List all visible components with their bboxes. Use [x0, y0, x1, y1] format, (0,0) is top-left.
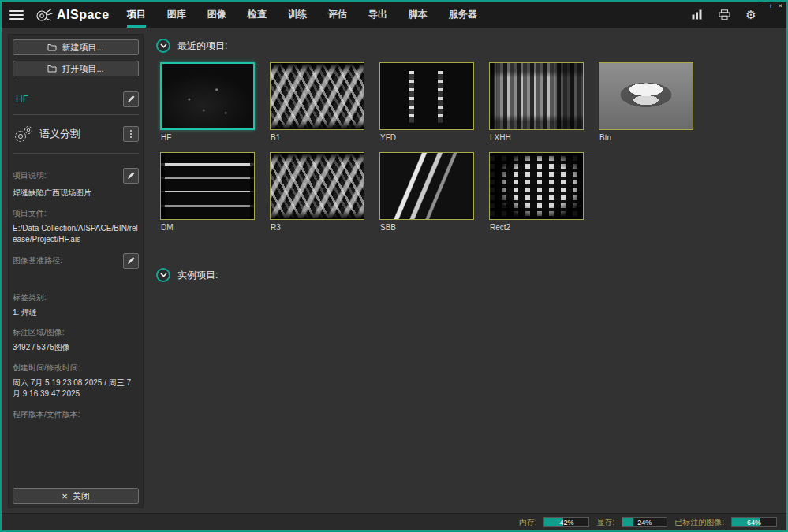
project-thumbnail-dm[interactable]: DM: [160, 152, 255, 232]
nav-tab-script[interactable]: 脚本: [409, 2, 428, 28]
close-project-label: 关闭: [73, 490, 90, 502]
new-project-button[interactable]: 新建项目...: [13, 39, 139, 55]
memory-progress-bar: 42%: [543, 517, 589, 527]
chevron-down-icon: [160, 273, 167, 277]
x-icon: ×: [62, 491, 68, 501]
project-thumbnail-hf[interactable]: HF: [160, 62, 255, 142]
memory-progress-text: 42%: [544, 518, 588, 526]
maximize-button[interactable]: +: [768, 2, 772, 9]
project-thumbnail-btn[interactable]: Btn: [599, 62, 693, 142]
folder-icon: [47, 43, 57, 51]
close-project-button[interactable]: × 关闭: [13, 488, 139, 504]
project-name: HF: [160, 133, 255, 142]
new-project-label: 新建项目...: [62, 42, 103, 54]
category-value: 1: 焊缝: [13, 307, 139, 319]
annotated-progress-bar: 64%: [731, 517, 777, 527]
example-projects-label: 实例项目:: [177, 269, 218, 282]
content-area: 新建项目... 打开项目... HF 语义分割: [2, 28, 786, 513]
project-name: Btn: [599, 133, 693, 142]
printer-icon[interactable]: [717, 8, 731, 22]
annotated-value: 3492 / 5375图像: [13, 342, 139, 354]
project-name: LXHH: [489, 133, 584, 142]
edit-base-path-button[interactable]: [123, 253, 139, 269]
project-thumbnail-yfd[interactable]: YFD: [379, 62, 474, 142]
project-image-b1[interactable]: [270, 62, 364, 130]
description-value: 焊缝缺陷广西现场图片: [13, 188, 139, 199]
app-logo: AISpace: [35, 6, 110, 24]
project-name: B1: [270, 133, 364, 142]
nav-tab-evaluate[interactable]: 评估: [328, 2, 347, 28]
pencil-icon: [127, 172, 135, 180]
recent-projects-grid: HF B1 YFD LXHH Btn: [160, 62, 712, 232]
project-image-btn[interactable]: [599, 62, 693, 130]
example-projects-header: 实例项目:: [156, 268, 780, 282]
app-window: – + × AISpace 项目 图库 图像 检查 训练 评估 导出 脚本 服务…: [0, 0, 788, 532]
annotated-label: 标注区域/图像:: [13, 327, 139, 338]
main-nav: 项目 图库 图像 检查 训练 评估 导出 脚本 服务器: [127, 2, 477, 28]
time-value: 周六 7月 5 19:23:08 2025 / 周三 7月 9 16:39:47…: [13, 378, 139, 400]
project-sidebar: 新建项目... 打开项目... HF 语义分割: [8, 34, 144, 508]
project-name: Rect2: [489, 223, 584, 232]
nav-tab-export[interactable]: 导出: [368, 2, 387, 28]
recent-projects-header: 最近的项目:: [156, 39, 780, 53]
status-bar: 内存: 42% 显存: 24% 已标注的图像: 64%: [2, 513, 786, 530]
edit-project-name-button[interactable]: [123, 91, 139, 107]
gpu-progress-text: 24%: [622, 518, 667, 526]
project-type-row: 语义分割: [13, 122, 139, 146]
project-image-yfd[interactable]: [379, 62, 474, 130]
project-name: YFD: [379, 133, 474, 142]
project-image-dm[interactable]: [160, 152, 255, 220]
project-thumbnail-rect2[interactable]: Rect2: [489, 152, 584, 232]
project-name: SBB: [379, 223, 474, 232]
project-thumbnail-lxhh[interactable]: LXHH: [489, 62, 584, 142]
project-type-label: 语义分割: [39, 127, 118, 141]
example-section-toggle-button[interactable]: [156, 268, 170, 282]
nav-tab-gallery[interactable]: 图库: [167, 2, 186, 28]
project-image-sbb[interactable]: [379, 152, 474, 220]
annotated-images-label: 已标注的图像:: [674, 517, 724, 528]
main-panel: 最近的项目: HF B1 YFD LXHH: [148, 28, 786, 513]
project-name: R3: [270, 223, 364, 232]
gears-icon: [13, 124, 35, 144]
gpu-progress-bar: 24%: [622, 517, 667, 527]
bar-chart-icon[interactable]: [690, 8, 704, 22]
nav-tab-project[interactable]: 项目: [127, 2, 146, 28]
project-type-menu-button[interactable]: [123, 126, 139, 142]
edit-description-button[interactable]: [123, 168, 139, 184]
open-project-button[interactable]: 打开项目...: [13, 61, 139, 76]
recent-projects-label: 最近的项目:: [177, 39, 227, 53]
project-file-path: E:/Data Collection/AISPACE/BIN/release/P…: [13, 223, 139, 246]
project-image-lxhh[interactable]: [489, 62, 584, 130]
project-name: DM: [160, 223, 255, 232]
memory-label: 内存:: [519, 517, 537, 528]
description-label: 项目说明:: [13, 170, 47, 181]
annotated-progress-text: 64%: [732, 518, 776, 526]
nav-tab-server[interactable]: 服务器: [449, 2, 477, 28]
time-label: 创建时间/修改时间:: [13, 363, 139, 374]
project-thumbnail-sbb[interactable]: SBB: [379, 152, 474, 232]
settings-gear-icon[interactable]: ⚙: [744, 8, 758, 22]
app-name: AISpace: [57, 8, 110, 22]
version-label: 程序版本/文件版本:: [13, 409, 139, 420]
nav-tab-image[interactable]: 图像: [207, 2, 226, 28]
hamburger-menu-icon[interactable]: [9, 8, 25, 22]
category-label: 标签类别:: [13, 292, 139, 303]
minimize-button[interactable]: –: [759, 2, 763, 9]
project-thumbnail-b1[interactable]: B1: [270, 62, 364, 142]
folder-open-icon: [47, 65, 57, 73]
project-image-hf[interactable]: [160, 62, 255, 130]
project-file-label: 项目文件:: [13, 208, 139, 219]
top-bar: AISpace 项目 图库 图像 检查 训练 评估 导出 脚本 服务器: [2, 2, 786, 28]
project-image-rect2[interactable]: [489, 152, 584, 220]
nav-tab-train[interactable]: 训练: [288, 2, 307, 28]
recent-section-toggle-button[interactable]: [156, 39, 170, 53]
project-thumbnail-r3[interactable]: R3: [270, 152, 364, 232]
pencil-icon: [127, 257, 135, 265]
nav-tab-inspect[interactable]: 检查: [248, 2, 267, 28]
vertical-dots-icon: [130, 130, 132, 138]
project-image-r3[interactable]: [270, 152, 364, 220]
pencil-icon: [127, 95, 135, 103]
current-project-name: HF: [13, 94, 28, 105]
gpu-memory-label: 显存:: [596, 517, 614, 528]
close-window-button[interactable]: ×: [779, 2, 782, 9]
